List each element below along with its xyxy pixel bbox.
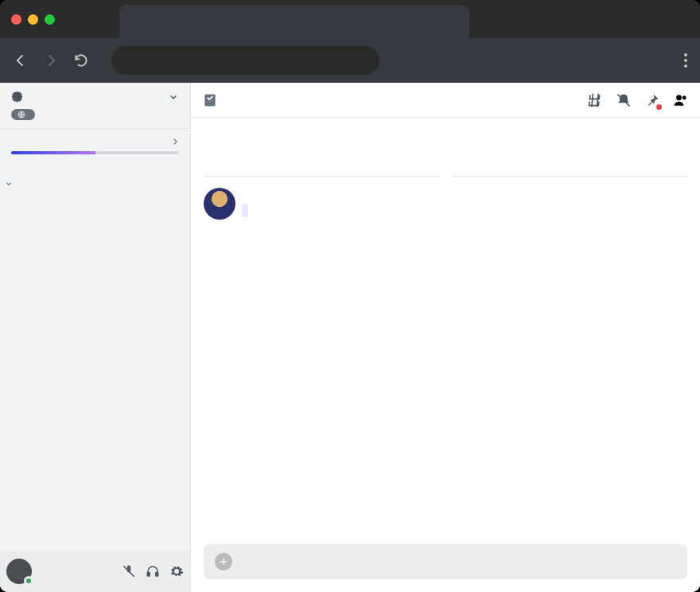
channel-list[interactable] (0, 164, 190, 551)
reload-button[interactable] (73, 53, 89, 68)
maximize-window-button[interactable] (45, 14, 55, 25)
rules-icon (202, 92, 218, 108)
browser-window: + (0, 0, 700, 592)
welcome-title (204, 134, 687, 162)
browser-tab[interactable] (119, 5, 469, 38)
members-icon (673, 92, 689, 108)
back-button[interactable] (13, 53, 29, 68)
notifications-button[interactable] (616, 92, 632, 108)
browser-toolbar (0, 38, 700, 83)
server-header[interactable] (0, 83, 190, 129)
chevron-down-icon (5, 180, 13, 188)
channel-header (191, 83, 700, 118)
discord-app: + (0, 83, 700, 592)
boost-panel[interactable] (0, 129, 190, 164)
message-content (242, 202, 687, 220)
status-online-icon (24, 576, 33, 586)
channel-sidebar (0, 83, 191, 592)
main-content: + (191, 83, 700, 592)
message (204, 186, 687, 223)
notification-dot-icon (656, 104, 662, 110)
close-window-button[interactable] (11, 14, 21, 25)
traffic-lights (11, 14, 55, 25)
category-header-general[interactable] (0, 169, 185, 191)
pinned-messages-button[interactable] (644, 92, 660, 108)
member-list-button[interactable] (673, 92, 689, 108)
minimize-window-button[interactable] (28, 14, 38, 25)
mute-button[interactable] (122, 564, 136, 578)
forward-button[interactable] (43, 53, 59, 68)
deafen-button[interactable] (146, 564, 160, 578)
svg-rect-1 (147, 573, 150, 577)
boost-progress (11, 151, 179, 154)
user-panel (0, 551, 190, 592)
url-bar[interactable] (111, 46, 379, 75)
chevron-right-icon (171, 138, 179, 146)
message-scroller[interactable] (191, 118, 700, 544)
svg-point-5 (682, 95, 686, 99)
message-composer: + (204, 544, 687, 579)
attach-button: + (215, 553, 232, 571)
date-divider (204, 176, 687, 177)
chevron-down-icon (168, 92, 179, 103)
boost-count (162, 137, 179, 146)
svg-point-4 (676, 95, 682, 100)
verified-icon (11, 91, 23, 103)
titlebar (0, 0, 700, 38)
globe-icon (18, 111, 25, 119)
svg-rect-3 (204, 94, 215, 106)
gear-icon (169, 564, 184, 578)
public-badge (11, 109, 35, 120)
browser-menu-button[interactable] (684, 53, 687, 68)
user-avatar[interactable] (6, 559, 32, 584)
threads-button[interactable] (587, 92, 603, 108)
svg-rect-2 (156, 573, 158, 577)
settings-button[interactable] (169, 564, 184, 578)
channel-mention[interactable] (245, 204, 248, 217)
message-avatar[interactable] (204, 188, 235, 220)
